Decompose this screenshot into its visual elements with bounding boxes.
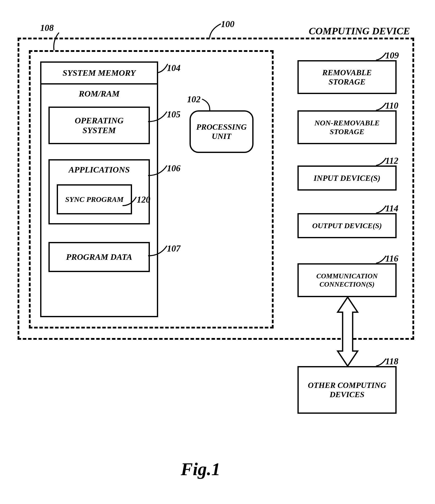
processing-unit-label: PROCESSINGUNIT — [196, 122, 247, 141]
ref-109: 109 — [385, 50, 399, 61]
ref-104: 104 — [167, 63, 180, 73]
title-computing-device: COMPUTING DEVICE — [309, 25, 410, 37]
leader-106 — [148, 165, 168, 177]
leader-102 — [202, 99, 212, 112]
input-devices-label: INPUT DEVICE(S) — [314, 174, 381, 183]
leader-100 — [208, 24, 223, 39]
system-memory-box: SYSTEM MEMORY ROM/RAM OPERATINGSYSTEM AP… — [40, 61, 158, 317]
leader-105 — [148, 112, 168, 123]
rom-ram-label: ROM/RAM — [41, 89, 157, 99]
leader-110 — [376, 103, 387, 112]
leader-107 — [148, 246, 168, 257]
leader-108 — [53, 33, 65, 50]
sync-program-label: SYNC PROGRAM — [65, 195, 124, 204]
leader-112 — [376, 158, 387, 167]
leader-116 — [376, 256, 387, 265]
program-data-label: PROGRAM DATA — [66, 252, 132, 262]
communication-connections-label: COMMUNICATIONCONNECTION(S) — [316, 272, 378, 288]
ref-105: 105 — [167, 109, 180, 120]
output-devices-label: OUTPUT DEVICE(S) — [312, 221, 382, 230]
applications-box: APPLICATIONS SYNC PROGRAM — [48, 159, 150, 224]
ref-102: 102 — [187, 94, 201, 105]
diagram-page: COMPUTING DEVICE SYSTEM MEMORY ROM/RAM O… — [0, 0, 435, 504]
processing-unit-box: PROCESSINGUNIT — [190, 110, 254, 153]
leader-114 — [376, 206, 387, 214]
leader-104 — [158, 64, 169, 74]
applications-label: APPLICATIONS — [50, 165, 149, 175]
input-devices-box: INPUT DEVICE(S) — [297, 165, 397, 191]
operating-system-box: OPERATINGSYSTEM — [48, 107, 150, 144]
other-computing-devices-label: OTHER COMPUTINGDEVICES — [308, 381, 386, 399]
removable-storage-box: REMOVABLESTORAGE — [297, 60, 397, 94]
removable-storage-label: REMOVABLESTORAGE — [322, 68, 372, 87]
sync-program-box: SYNC PROGRAM — [57, 184, 132, 214]
output-devices-box: OUTPUT DEVICE(S) — [297, 213, 397, 238]
ref-120: 120 — [137, 194, 150, 205]
figure-caption: Fig.1 — [181, 459, 220, 480]
system-memory-label: SYSTEM MEMORY — [63, 68, 136, 78]
ref-108: 108 — [40, 23, 54, 33]
operating-system-label: OPERATINGSYSTEM — [75, 116, 124, 135]
leader-120 — [122, 197, 138, 207]
program-data-box: PROGRAM DATA — [48, 242, 150, 272]
leader-109 — [376, 53, 387, 61]
double-arrow-icon — [334, 297, 361, 366]
ref-106: 106 — [167, 163, 180, 174]
ref-107: 107 — [167, 243, 180, 254]
non-removable-storage-box: NON-REMOVABLESTORAGE — [297, 110, 397, 144]
leader-118 — [376, 359, 387, 367]
other-computing-devices-box: OTHER COMPUTINGDEVICES — [297, 366, 397, 414]
non-removable-storage-label: NON-REMOVABLESTORAGE — [315, 119, 380, 136]
communication-connections-box: COMMUNICATIONCONNECTION(S) — [297, 263, 397, 297]
